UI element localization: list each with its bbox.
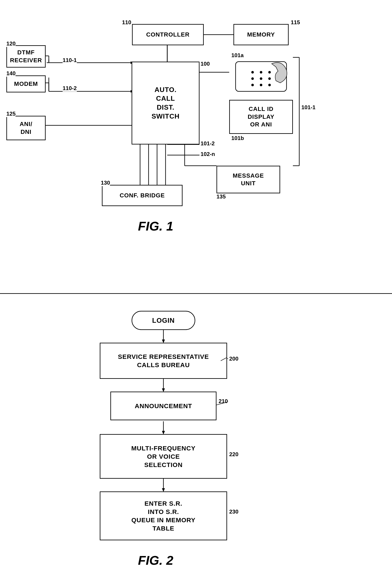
fig1-label: FIG. 1 bbox=[138, 219, 173, 233]
svg-point-34 bbox=[268, 77, 271, 80]
phone-icon bbox=[229, 57, 293, 97]
label-101a: 101a bbox=[231, 52, 244, 59]
announcement-box: ANNOUNCEMENT bbox=[110, 392, 216, 420]
svg-point-31 bbox=[268, 71, 271, 74]
label-200: 200 bbox=[229, 355, 238, 362]
enter-sr-box: ENTER S.R. INTO S.R. QUEUE IN MEMORY TAB… bbox=[100, 491, 227, 540]
label-110-1: 110-1 bbox=[63, 57, 77, 63]
fig1-section: CONTROLLER MEMORY DTMF RECEIVER MODEM AU… bbox=[0, 0, 392, 293]
call-id-box: CALL ID DISPLAY OR ANI bbox=[229, 100, 293, 134]
conf-bridge-box: CONF. BRIDGE bbox=[102, 185, 183, 206]
label-220: 220 bbox=[229, 451, 238, 458]
label-115: 115 bbox=[291, 19, 300, 26]
fig2-label: FIG. 2 bbox=[138, 553, 173, 568]
label-120: 120 bbox=[6, 40, 16, 47]
auto-call-box: AUTO. CALL DIST. SWITCH bbox=[131, 62, 200, 144]
label-130: 130 bbox=[101, 179, 110, 186]
modem-box: MODEM bbox=[6, 75, 46, 92]
svg-point-30 bbox=[260, 71, 262, 74]
label-230: 230 bbox=[229, 508, 238, 515]
label-100: 100 bbox=[201, 60, 210, 67]
label-125: 125 bbox=[6, 111, 16, 117]
svg-point-33 bbox=[260, 77, 262, 80]
label-101b: 101b bbox=[231, 135, 244, 142]
svg-point-36 bbox=[260, 84, 262, 86]
login-box: LOGIN bbox=[131, 311, 195, 330]
svg-point-37 bbox=[268, 84, 271, 86]
ani-dni-box: ANI/ DNI bbox=[6, 116, 46, 140]
label-101-2: 101-2 bbox=[201, 140, 215, 147]
multi-freq-box: MULTI-FREQUENCY OR VOICE SELECTION bbox=[100, 434, 227, 479]
diagram-container: CONTROLLER MEMORY DTMF RECEIVER MODEM AU… bbox=[0, 0, 392, 576]
svg-point-29 bbox=[251, 71, 254, 74]
sr-calls-box: SERVICE REPRESENTATIVE CALLS BUREAU bbox=[100, 343, 227, 379]
memory-box: MEMORY bbox=[234, 24, 289, 45]
label-135: 135 bbox=[216, 193, 226, 200]
dtmf-box: DTMF RECEIVER bbox=[6, 45, 46, 68]
svg-point-32 bbox=[251, 77, 254, 80]
label-210: 210 bbox=[219, 398, 228, 404]
message-unit-box: MESSAGE UNIT bbox=[216, 166, 280, 193]
label-102-n: 102-n bbox=[201, 151, 215, 157]
label-110: 110 bbox=[122, 19, 131, 26]
label-140: 140 bbox=[6, 70, 16, 77]
fig2-section: LOGIN SERVICE REPRESENTATIVE CALLS BUREA… bbox=[0, 294, 392, 576]
label-110-2: 110-2 bbox=[63, 85, 77, 91]
label-101-1: 101-1 bbox=[301, 104, 315, 111]
controller-box: CONTROLLER bbox=[132, 24, 204, 45]
svg-point-35 bbox=[251, 84, 254, 86]
